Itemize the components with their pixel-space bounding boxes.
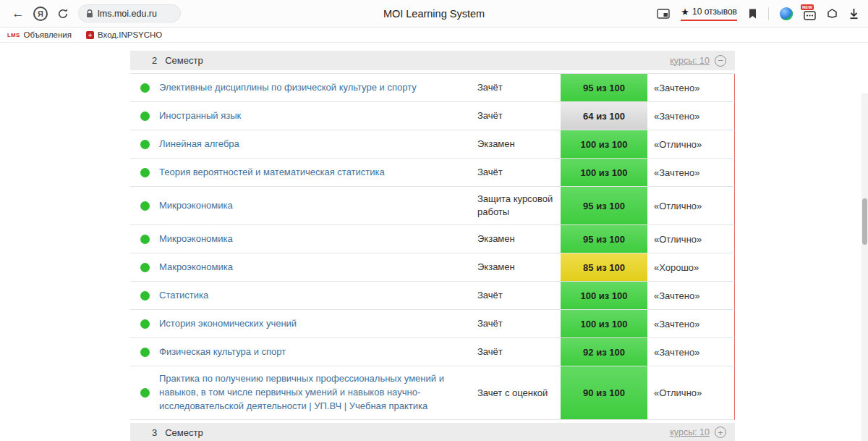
course-name-cell: Статистика bbox=[159, 282, 470, 309]
status-dot-icon bbox=[140, 388, 150, 398]
course-row: Физическая культура и спорт Зачёт 92 из … bbox=[130, 338, 735, 366]
lms-favicon: LMS bbox=[7, 32, 20, 38]
status-dot-icon bbox=[140, 83, 150, 93]
status-dot-icon bbox=[140, 140, 150, 149]
status-cell bbox=[130, 159, 159, 186]
grade-cell: «Зачтено» bbox=[647, 310, 734, 337]
expand-semester-button[interactable]: + bbox=[715, 427, 726, 438]
browser-logo-icon[interactable] bbox=[780, 7, 793, 20]
tab-panel-icon bbox=[657, 9, 670, 19]
bookmark-item-inpsycho[interactable]: Вход.INPSYCHO bbox=[86, 30, 162, 39]
course-row: Практика по получению первичных професси… bbox=[130, 366, 735, 420]
course-row: Статистика Зачёт 100 из 100 «Зачтено» bbox=[130, 282, 735, 310]
bookmarks-bar: LMS Объявления Вход.INPSYCHO bbox=[0, 28, 868, 43]
refresh-icon bbox=[57, 8, 69, 20]
reviews-rating[interactable]: ★ 10 отзывов bbox=[681, 7, 737, 21]
course-link[interactable]: Микроэкономика bbox=[159, 199, 233, 213]
score-badge: 100 из 100 bbox=[561, 130, 647, 158]
semester-number: 2 bbox=[152, 55, 157, 66]
status-cell bbox=[130, 253, 159, 281]
status-cell bbox=[130, 310, 159, 337]
course-row: История экономических учений Зачёт 100 и… bbox=[130, 310, 735, 338]
course-name-cell: Теория вероятностей и математическая ста… bbox=[159, 159, 470, 186]
calendar-icon bbox=[804, 10, 816, 20]
grades-table: 2 Семестр курсы: 10 − Элективные дисципл… bbox=[130, 51, 735, 441]
address-bar[interactable]: lms.moi.edu.ru bbox=[78, 4, 181, 22]
status-cell bbox=[130, 187, 159, 224]
grade-cell: «Зачтено» bbox=[647, 74, 734, 101]
score-badge: 95 из 100 bbox=[561, 74, 647, 101]
assessment-type-cell: Зачёт bbox=[470, 338, 561, 366]
collections-button[interactable] bbox=[827, 8, 838, 19]
grade-cell: «Зачтено» bbox=[647, 282, 734, 309]
yandex-logo-icon[interactable]: Я bbox=[33, 7, 48, 21]
course-link[interactable]: Физическая культура и спорт bbox=[159, 345, 286, 359]
back-button[interactable]: ← bbox=[9, 4, 27, 23]
course-name-cell: История экономических учений bbox=[159, 310, 470, 337]
score-badge: 100 из 100 bbox=[561, 282, 647, 309]
bookmark-item-announcements[interactable]: LMS Объявления bbox=[7, 30, 72, 39]
course-link[interactable]: Микроэкономика bbox=[159, 232, 233, 246]
course-name-cell: Физическая культура и спорт bbox=[159, 338, 470, 366]
status-cell bbox=[130, 338, 159, 366]
score-badge: 90 из 100 bbox=[561, 366, 647, 419]
score-badge: 100 из 100 bbox=[561, 159, 647, 186]
assessment-type-cell: Экзамен bbox=[470, 225, 561, 253]
status-dot-icon bbox=[140, 235, 150, 244]
bookmark-button[interactable] bbox=[748, 8, 757, 20]
course-link[interactable]: История экономических учений bbox=[159, 317, 297, 331]
course-link[interactable]: Теория вероятностей и математическая ста… bbox=[159, 166, 385, 180]
courses-count-link[interactable]: курсы: 10 bbox=[670, 56, 710, 66]
semester-header-3: 3 Семестр курсы: 10 + bbox=[130, 423, 735, 441]
grade-cell: «Хорошо» bbox=[647, 253, 734, 281]
bookmark-label: Вход.INPSYCHO bbox=[98, 30, 162, 39]
course-name-cell: Иностранный язык bbox=[159, 102, 470, 130]
score-badge: 95 из 100 bbox=[561, 187, 647, 224]
url-text: lms.moi.edu.ru bbox=[98, 9, 157, 19]
assessment-type-cell: Экзамен bbox=[470, 253, 561, 281]
downloads-button[interactable] bbox=[848, 8, 859, 20]
status-dot-icon bbox=[140, 291, 150, 301]
status-dot-icon bbox=[140, 112, 150, 121]
course-table-body: Элективные дисциплины по физической куль… bbox=[130, 73, 735, 420]
new-badge: NEW bbox=[801, 4, 814, 10]
score-badge: 92 из 100 bbox=[561, 338, 647, 366]
downloads-icon bbox=[848, 8, 859, 20]
collapse-semester-button[interactable]: − bbox=[715, 55, 726, 67]
page-content: 2 Семестр курсы: 10 − Элективные дисципл… bbox=[0, 51, 868, 441]
scrollbar-thumb[interactable] bbox=[862, 198, 867, 245]
status-dot-icon bbox=[140, 348, 150, 357]
status-dot-icon bbox=[140, 319, 150, 329]
assessment-type-cell: Зачет с оценкой bbox=[470, 366, 561, 419]
courses-count-link[interactable]: курсы: 10 bbox=[670, 427, 710, 437]
status-dot-icon bbox=[140, 168, 150, 177]
star-icon: ★ bbox=[681, 7, 689, 17]
scrollbar-track[interactable] bbox=[861, 93, 868, 441]
semester-name: Семестр bbox=[165, 427, 203, 438]
assessment-type-cell: Экзамен bbox=[470, 130, 561, 158]
course-name-cell: Элективные дисциплины по физической куль… bbox=[159, 74, 470, 101]
course-link[interactable]: Иностранный язык bbox=[159, 109, 241, 123]
course-row: Микроэкономика Защита курсовой работы 95… bbox=[130, 187, 735, 225]
new-feature-button[interactable]: NEW bbox=[804, 7, 816, 20]
grade-cell: «Отлично» bbox=[647, 130, 734, 158]
course-name-cell: Микроэкономика bbox=[159, 225, 470, 253]
semester-name: Семестр bbox=[165, 55, 203, 66]
bookmark-label: Объявления bbox=[24, 30, 72, 39]
course-link[interactable]: Макроэкономика bbox=[159, 261, 233, 274]
tab-panel-button[interactable] bbox=[657, 9, 670, 19]
score-badge: 95 из 100 bbox=[561, 225, 647, 253]
refresh-button[interactable] bbox=[54, 4, 72, 23]
course-name-cell: Микроэкономика bbox=[159, 187, 470, 224]
course-name-cell: Макроэкономика bbox=[159, 253, 470, 281]
assessment-type-cell: Зачёт bbox=[470, 282, 561, 309]
course-link[interactable]: Линейная алгебра bbox=[159, 138, 239, 151]
course-link[interactable]: Практика по получению первичных професси… bbox=[159, 372, 461, 413]
course-link[interactable]: Статистика bbox=[159, 289, 208, 303]
score-badge: 85 из 100 bbox=[561, 253, 647, 281]
grade-cell: «Зачтено» bbox=[647, 102, 734, 130]
course-link[interactable]: Элективные дисциплины по физической куль… bbox=[159, 81, 417, 95]
semester-header-2: 2 Семестр курсы: 10 − bbox=[130, 51, 735, 70]
status-dot-icon bbox=[140, 201, 150, 211]
grade-cell: «Отлично» bbox=[647, 187, 734, 224]
